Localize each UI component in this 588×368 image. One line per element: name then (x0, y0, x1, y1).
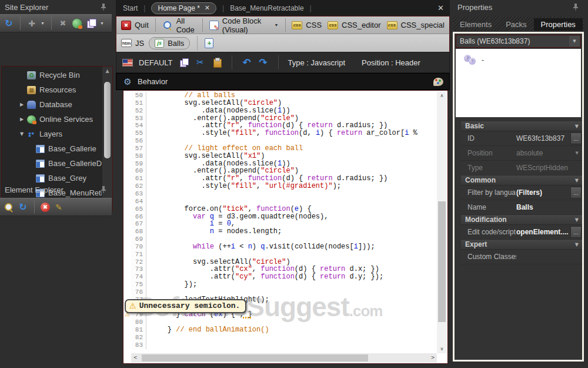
code-line[interactable]: 83 (123, 342, 437, 349)
copy-icon[interactable] (179, 57, 189, 68)
code-line[interactable]: 76 (123, 289, 437, 296)
scroll-up-icon[interactable]: ∧ (437, 92, 447, 100)
section-header-modification[interactable]: Modification▼ (461, 215, 582, 225)
code-line[interactable]: 82 (123, 334, 437, 342)
pin-icon[interactable] (100, 185, 107, 194)
ellipsis-button[interactable]: ... (570, 226, 582, 238)
tree-item-base-gallerie[interactable]: Base_Gallerie (2, 141, 102, 156)
property-row-id[interactable]: IDWE63fc13b837... (461, 131, 582, 146)
section-header-basic[interactable]: Basic▼ (461, 121, 582, 131)
code-editor[interactable]: 50 // all balls51 svg.selectAll("circle"… (123, 90, 448, 364)
all-code-button[interactable]: All Code (162, 16, 196, 34)
scrollbar-thumb[interactable] (104, 82, 111, 158)
language-label[interactable]: DEFAULT (139, 58, 173, 67)
refresh-icon[interactable]: ↻ (4, 18, 14, 29)
property-row-name[interactable]: NameBalls (461, 200, 582, 215)
collapse-section-icon[interactable]: ▼ (575, 242, 579, 247)
property-row-type[interactable]: TypeWEScriptHidden (461, 161, 582, 175)
expand-arrow-icon[interactable]: ▶ (19, 102, 25, 107)
tab-packs[interactable]: Packs (499, 18, 533, 31)
tree-item-base-galleriedetail[interactable]: Base_GallerieDetail (2, 156, 102, 171)
tab-start[interactable]: Start (123, 4, 138, 12)
tab-elements[interactable]: Elements (453, 18, 499, 31)
tree-item-recycle-bin[interactable]: ♻Recycle Bin (2, 68, 102, 82)
code-area[interactable]: 50 // all balls51 svg.selectAll("circle"… (123, 92, 437, 353)
ellipsis-button[interactable]: ... (570, 187, 582, 198)
tab-properties[interactable]: Properties (534, 18, 583, 31)
pin-icon[interactable] (100, 3, 107, 11)
delete-red-icon[interactable]: ✖ (41, 203, 50, 212)
code-line[interactable]: 75 }); (123, 281, 437, 289)
expand-arrow-icon[interactable]: ▶ (19, 117, 25, 122)
scroll-left-icon[interactable]: < (131, 353, 139, 363)
chevron-down-icon[interactable]: ▼ (41, 21, 45, 25)
collapse-section-icon[interactable]: ▼ (575, 178, 579, 183)
pin-icon[interactable] (572, 3, 579, 11)
tab-balls[interactable]: jsBalls (149, 37, 190, 49)
collapse-section-icon[interactable]: ▼ (575, 124, 579, 129)
editor-hscrollbar[interactable]: < > (131, 353, 437, 363)
cut-icon[interactable]: ✂ (195, 57, 206, 68)
redo-icon[interactable]: ↷ (258, 57, 269, 68)
tree-item-database[interactable]: ▶Database (2, 97, 102, 112)
section-header-expert[interactable]: Expert▼ (461, 240, 582, 250)
tab-js[interactable]: htmJS (121, 39, 144, 48)
scrollbar-thumb[interactable] (438, 201, 446, 321)
script-element-icon[interactable] (464, 55, 477, 64)
property-row-custom-classes[interactable]: Custom Classes (461, 250, 582, 264)
undo-icon[interactable]: ↶ (242, 57, 252, 68)
tab-styles[interactable]: Styles (583, 18, 588, 31)
resources-icon: ▦ (27, 86, 36, 94)
delete-icon[interactable]: ✖ (58, 18, 68, 29)
tab-home-page[interactable]: Home Page * ✕ (151, 2, 216, 14)
tab-base-menuretractable[interactable]: Base_MenuRetractable (230, 4, 303, 12)
scroll-down-icon[interactable]: ∨ (437, 345, 447, 353)
add-script-button[interactable]: + (205, 38, 213, 48)
code-line[interactable]: 70 while (++i < n) q.visit(collide(nodes… (123, 243, 437, 251)
palette-icon[interactable] (433, 78, 443, 86)
ellipsis-button[interactable]: ... (570, 132, 582, 144)
open-css_special-button[interactable]: cssCSS_special (387, 21, 445, 29)
tree-item-resources[interactable]: ▦Resources (2, 82, 102, 97)
collapse-arrow-icon[interactable]: ▼ (19, 131, 25, 137)
chevron-down-icon[interactable]: ▼ (569, 36, 580, 47)
close-tab-icon[interactable]: ✕ (205, 4, 210, 12)
code-line[interactable]: 55 .style("fill", function(d, i) { retur… (123, 130, 437, 137)
code-line[interactable]: 63 (123, 190, 437, 198)
section-header-common[interactable]: Common▼ (461, 175, 582, 185)
refresh-icon[interactable]: ↻ (18, 202, 28, 213)
language-flag-icon[interactable] (122, 59, 133, 67)
site-explorer-toolbar: ↻ ✚▼ ✖ ▼ (0, 14, 112, 32)
close-icon[interactable]: ✕ (437, 4, 444, 12)
publish-globe-icon[interactable] (72, 19, 82, 28)
style-brush-icon[interactable]: ✎ (54, 202, 64, 213)
code-line[interactable]: 50 // all balls (123, 92, 437, 100)
paste-icon[interactable] (212, 57, 222, 68)
editor-vscrollbar[interactable]: ∧ ∨ (437, 92, 447, 353)
chevron-down-icon[interactable]: ▼ (100, 21, 105, 25)
element-selector-dropdown[interactable]: Balls (WE63fc13b837) ▼ (456, 35, 581, 48)
code-line[interactable]: 81 } // end ballAnimation() (123, 326, 437, 334)
export-icon[interactable] (86, 18, 96, 29)
scrollbar-thumb[interactable] (142, 354, 368, 362)
code-line[interactable]: 69 (123, 236, 437, 243)
tree-item-layers[interactable]: ▼Layers (2, 127, 102, 141)
code-line[interactable]: 62 .style("fill", "url(#gradient)"); (123, 183, 437, 190)
add-icon[interactable]: ✚ (26, 18, 37, 29)
open-css-button[interactable]: cssCSS (292, 21, 322, 29)
property-value[interactable]: Balls (516, 203, 582, 211)
code-line[interactable]: 65 force.on("tick", function(e) { (123, 205, 437, 213)
code-line[interactable]: 57 // light effect on each ball (123, 145, 437, 152)
property-row-position[interactable]: Positionabsolute▼ (461, 146, 582, 161)
zoom-icon[interactable] (4, 202, 14, 213)
collapse-section-icon[interactable]: ▼ (575, 217, 579, 223)
code-line[interactable]: 68 n = nodes.length; (123, 228, 437, 236)
property-row-filter-by-langua[interactable]: Filter by langua(Filters)... (461, 185, 582, 200)
scroll-up-icon[interactable]: ▲ (102, 67, 112, 75)
tree-item-online-services[interactable]: ▶Online Services (2, 112, 102, 127)
property-row-edit-code-script[interactable]: Edit code/scriptopenElement....... (461, 225, 582, 240)
quit-button[interactable]: ✖Quit (121, 21, 149, 30)
code-block-button[interactable]: Code Block (Visual)▼ (209, 16, 279, 34)
scroll-right-icon[interactable]: > (429, 353, 437, 363)
open-css_editor-button[interactable]: cssCSS_editor (328, 21, 380, 29)
